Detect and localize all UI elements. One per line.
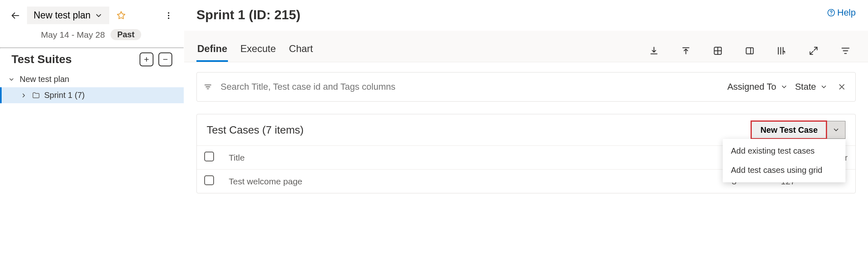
add-suite-button[interactable] (140, 52, 153, 66)
download-icon (649, 45, 659, 56)
minus-icon (162, 56, 169, 63)
tree-child-item[interactable]: Sprint 1 (7) (0, 87, 184, 103)
menu-add-grid[interactable]: Add test cases using grid (723, 161, 845, 180)
cell-title: Test welcome page (221, 170, 724, 193)
row-checkbox[interactable] (204, 175, 214, 185)
svg-point-2 (168, 17, 169, 18)
main-header: Sprint 1 (ID: 215) Help (184, 0, 868, 23)
menu-add-existing[interactable]: Add existing test cases (723, 141, 845, 161)
test-cases-heading: Test Cases (7 items) (207, 124, 751, 136)
new-test-case-dropdown[interactable] (827, 121, 845, 139)
search-input[interactable] (220, 81, 720, 93)
tree-item-label: Sprint 1 (7) (44, 91, 85, 100)
sidebar-header: New test plan (0, 0, 184, 27)
new-test-case-menu: Add existing test cases Add test cases u… (723, 139, 845, 182)
clear-filters-button[interactable] (835, 77, 849, 97)
import-button[interactable] (676, 41, 696, 61)
filter-label: Assigned To (727, 82, 776, 92)
tree-item-label: New test plan (20, 75, 69, 84)
favorite-button[interactable] (113, 8, 129, 23)
grid-view-button[interactable] (708, 41, 728, 61)
search-bar: Assigned To State (196, 72, 856, 102)
col-title[interactable]: Title (221, 146, 724, 170)
plan-status-badge: Past (110, 29, 141, 40)
new-test-case-button[interactable]: New Test Case (751, 121, 827, 139)
page-title: Sprint 1 (ID: 215) (196, 7, 827, 23)
tree-root-item[interactable]: New test plan (0, 71, 184, 87)
star-icon (116, 10, 126, 21)
sidebar: New test plan May 14 - May 28 Past Test … (0, 0, 184, 270)
svg-point-4 (831, 14, 832, 15)
grid-icon (712, 45, 723, 56)
filter-lines-icon (203, 82, 212, 91)
plan-name: New test plan (34, 10, 90, 21)
svg-rect-6 (746, 48, 753, 54)
folder-icon (32, 91, 40, 100)
filter-icon (840, 45, 851, 56)
tabs-bar: Define Execute Chart (184, 31, 868, 62)
main-content: Sprint 1 (ID: 215) Help Define Execute C… (184, 0, 868, 270)
upload-icon (681, 45, 691, 56)
tab-execute[interactable]: Execute (239, 40, 277, 62)
suite-tree: New test plan Sprint 1 (7) (0, 69, 184, 103)
columns-icon (776, 45, 787, 57)
help-icon (827, 8, 836, 17)
filter-label: State (795, 82, 816, 92)
tab-chart[interactable]: Chart (288, 40, 314, 62)
chevron-down-icon (780, 83, 788, 91)
fullscreen-button[interactable] (803, 41, 824, 61)
tab-define[interactable]: Define (196, 40, 228, 62)
collapse-suites-button[interactable] (158, 52, 172, 66)
back-button[interactable] (7, 8, 23, 23)
column-options-button[interactable] (771, 41, 792, 61)
test-cases-panel: Test Cases (7 items) New Test Case Add e… (196, 114, 856, 193)
test-suites-title: Test Suites (11, 53, 135, 66)
expand-icon (808, 45, 819, 56)
plan-selector[interactable]: New test plan (27, 7, 109, 24)
svg-point-1 (168, 15, 169, 16)
close-icon (837, 82, 846, 91)
chevron-right-icon (20, 92, 28, 99)
plus-icon (143, 56, 150, 63)
side-panel-button[interactable] (739, 41, 760, 61)
filter-button[interactable] (835, 41, 856, 61)
kebab-icon (164, 11, 173, 20)
assigned-to-filter[interactable]: Assigned To (727, 82, 787, 92)
chevron-down-icon (820, 83, 827, 91)
arrow-left-icon (10, 10, 20, 21)
plan-subheader: May 14 - May 28 Past (0, 27, 184, 48)
help-label: Help (837, 7, 856, 18)
chevron-down-icon (7, 76, 16, 83)
svg-point-0 (168, 12, 169, 13)
plan-date-range: May 14 - May 28 (41, 30, 105, 40)
new-test-case-split-button: New Test Case (751, 121, 845, 139)
help-link[interactable]: Help (827, 7, 856, 18)
more-options-button[interactable] (161, 8, 176, 23)
chevron-down-icon (95, 11, 103, 20)
export-button[interactable] (644, 41, 664, 61)
chevron-down-icon (832, 126, 840, 134)
select-all-checkbox[interactable] (204, 152, 214, 161)
test-suites-header: Test Suites (0, 48, 184, 69)
panel-icon (744, 45, 755, 56)
state-filter[interactable]: State (795, 82, 827, 92)
